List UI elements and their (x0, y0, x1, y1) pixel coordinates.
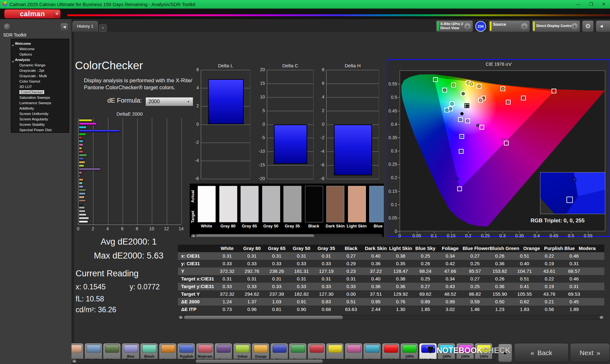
sidebar-item-screen-uniformity[interactable]: Screen Uniformity (11, 111, 69, 117)
calman-menu-button[interactable]: calman (4, 9, 61, 18)
panel-collapse-button[interactable]: ◀ (596, 20, 610, 32)
table-cell: 0.33 (289, 283, 314, 290)
settings-gear-button[interactable]: ⚙ (582, 20, 594, 32)
close-button[interactable]: ✕ (597, 0, 610, 9)
minimize-button[interactable]: — (572, 0, 585, 9)
patch-strip-scroll-thumb[interactable] (196, 234, 314, 237)
display-control-status-bar (533, 22, 535, 31)
tab-history-1[interactable]: History 1 (72, 21, 98, 32)
table-cell: 0.22 (537, 275, 562, 283)
sidebar-item-label: Screen Angularity (19, 117, 48, 121)
table-cell: 1.83 (512, 306, 537, 313)
deltae-chart-title: DeltaE 2000 (98, 111, 161, 117)
table-cell: 0.23 (339, 267, 363, 275)
sidebar-item-grayscale-2pt[interactable]: Grayscale - 2pt (11, 68, 69, 73)
table-cell: 0.56 (537, 306, 562, 313)
sidebar-divider (71, 19, 74, 364)
meter-dropdown-icon[interactable]: ▼ (464, 23, 471, 30)
table-row-label: y: CIE31 (178, 260, 215, 267)
toolbar-scrollbar[interactable]: ◀ (71, 359, 496, 363)
page-description-line1: Display analysis is performed with the X… (84, 78, 192, 84)
table-cell: 0.31 (215, 252, 240, 260)
meter-selector-button[interactable]: X-Rite i1Pro 2 Direct View ▼ (436, 20, 473, 32)
toolbar-scroll-thumb[interactable] (196, 360, 323, 363)
patch-swatch-gray-80 (219, 186, 237, 222)
current-reading-title: Current Reading (76, 269, 139, 279)
display-control-dropdown-icon[interactable]: ▼ (571, 23, 578, 30)
stop-button[interactable]: ■ (498, 344, 512, 362)
table-cell: 0.27 (339, 252, 363, 260)
patch-color-chip (403, 345, 417, 353)
sidebar-item-spectral-power-dist[interactable]: Spectral Power Dist. (11, 127, 69, 133)
deltae-bar-bluish-green (79, 182, 83, 185)
table-cell: 0.31 (289, 252, 314, 260)
sidebar-item-options[interactable]: Options (11, 52, 69, 57)
table-row-label: Target y:CIE31 (178, 283, 215, 290)
delta-c-tick-label: 10 (254, 94, 265, 99)
table-cell: 238.26 (264, 267, 289, 275)
sidebar-item-grayscale-multi[interactable]: Grayscale - Multi (11, 73, 69, 79)
cie-y-tick-label: 0.4 (385, 122, 397, 127)
calman-menu-dropdown-icon[interactable]: ▼ (53, 10, 61, 17)
delta-l-tick-label: 0 (187, 122, 199, 127)
deltae-x-tick-label: 6 (118, 226, 127, 231)
sidebar-item-label: Options (19, 52, 32, 56)
cie-y-tick (398, 151, 400, 151)
add-tab-button[interactable]: + (99, 24, 107, 32)
cie-x-tick (519, 232, 520, 233)
workflow-status-icon[interactable] (3, 23, 11, 31)
next-button[interactable]: Next » (570, 343, 610, 363)
sidebar-item-dynamic-range[interactable]: Dynamic Range (11, 63, 69, 68)
table-cell: 0.40 (512, 260, 537, 267)
sidebar-item-welcome[interactable]: ◢Welcome (11, 41, 69, 46)
inset-target-point (566, 197, 573, 203)
sidebar-item-analysis[interactable]: ◢Analysis (11, 57, 69, 63)
de-formula-select[interactable]: 2000 ▼ (146, 97, 193, 106)
maximize-button[interactable]: ❒ (585, 0, 597, 9)
table-cell: 0.33 (240, 283, 264, 290)
table-cell: 0.91 (289, 298, 314, 306)
sidebar-title: SDR Toolkit (3, 32, 26, 37)
sidebar-item-screen-stability[interactable]: Screen Stability (11, 122, 69, 127)
sidebar-item-welcome[interactable]: Welcome (11, 46, 69, 52)
table-scrollbar[interactable]: ◀ ▶ (178, 315, 604, 320)
sidebar-item-colorchecker[interactable]: ColorChecker (11, 90, 69, 95)
table-cell: 3.02 (438, 306, 463, 313)
back-button[interactable]: « Back (514, 343, 569, 363)
sidebar-item-3d-lut[interactable]: 3D LUT (11, 84, 69, 90)
workflow-tree: ◢WelcomeWelcomeOptions◢AnalysisDynamic R… (11, 39, 69, 133)
sidebar-item-saturation-sweeps[interactable]: Saturation Sweeps (11, 95, 69, 100)
scroll-left-icon[interactable]: ◀ (191, 234, 195, 237)
table-cell: 372.32 (215, 290, 240, 298)
table-cell: 1.30 (388, 306, 413, 313)
cie-x-tick-label: 0.45 (547, 233, 561, 238)
cie-measured-marker (456, 177, 459, 180)
grid-line (327, 84, 379, 84)
meter-count-badge[interactable]: 234 (475, 21, 486, 32)
patch-strip-scrollbar[interactable]: ◀ (191, 234, 383, 237)
cie-y-tick (398, 97, 400, 98)
sidebar-item-color-gamut[interactable]: Color Gamut (11, 79, 69, 84)
table-scroll-left-icon[interactable]: ◀ (179, 316, 183, 319)
table-cell: 0.21 (537, 298, 562, 306)
table-cell: 69.62 (413, 290, 438, 298)
source-dropdown-icon[interactable]: ▼ (521, 23, 528, 30)
table-cell: 104.71 (512, 267, 537, 275)
table-cell: 69.53 (562, 290, 586, 298)
table-cell: 0.25 (463, 283, 487, 290)
sidebar-item-screen-angularity[interactable]: Screen Angularity (11, 117, 69, 122)
cie-measured-marker (479, 99, 482, 102)
table-cell: 0.73 (215, 306, 240, 313)
toolbar-scroll-left-icon[interactable]: ◀ (72, 360, 76, 363)
sidebar-item-luminance-sweeps[interactable]: Luminance Sweeps (11, 100, 69, 106)
deltae-x-tick-label: 10 (147, 226, 156, 231)
display-control-button[interactable]: Direct Display Control ▼ (532, 20, 580, 32)
source-selector-button[interactable]: Source ▼ (489, 20, 530, 32)
sidebar-collapse-button[interactable]: ◀ (61, 23, 68, 30)
table-column-header: Black (339, 245, 363, 252)
deltae-x-tick-label: 14 (176, 226, 186, 231)
table-scroll-thumb[interactable] (184, 316, 343, 319)
sidebar-item-label: Welcome (15, 42, 31, 45)
table-scroll-right-icon[interactable]: ▶ (600, 316, 604, 319)
sidebar-item-additivity[interactable]: Additivity (11, 106, 69, 111)
